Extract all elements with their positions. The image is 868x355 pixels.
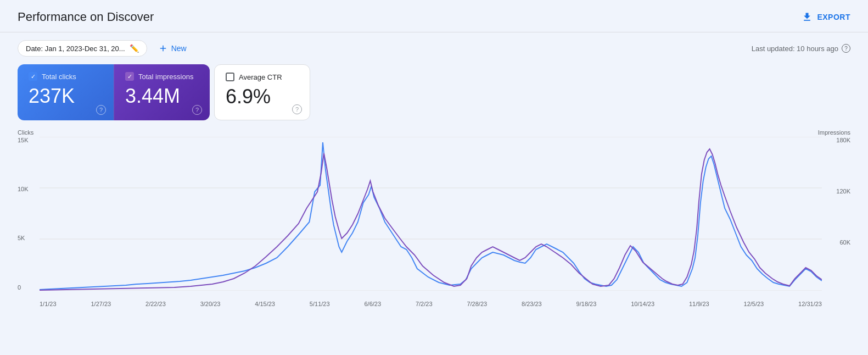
clicks-label: Total clicks xyxy=(42,73,76,81)
clicks-line xyxy=(40,142,822,290)
ctr-checkbox[interactable] xyxy=(226,73,234,81)
metrics-row: ✓ Total clicks 237K ? ✓ Total impression… xyxy=(0,64,868,120)
y-axis-left-label: Clicks xyxy=(18,129,33,136)
metric-ctr-header: Average CTR xyxy=(226,73,299,81)
y-right-0: 180K xyxy=(836,137,850,143)
last-updated: Last updated: 10 hours ago ? xyxy=(752,44,850,53)
ctr-label: Average CTR xyxy=(239,73,282,81)
x-label-13: 12/5/23 xyxy=(744,301,764,307)
header: Performance on Discover EXPORT xyxy=(0,0,868,32)
export-button[interactable]: EXPORT xyxy=(802,12,850,23)
impressions-checkbox[interactable]: ✓ xyxy=(125,72,134,81)
filter-bar: Date: Jan 1, 2023-Dec 31, 20... ✏️ New L… xyxy=(0,32,868,64)
metric-impressions-header: ✓ Total impressions xyxy=(125,72,199,81)
export-icon xyxy=(802,12,813,23)
x-label-7: 7/2/23 xyxy=(416,301,433,307)
impressions-value: 3.44M xyxy=(125,85,199,107)
chart-container: 15K 10K 5K 0 180K 120K 60K xyxy=(18,137,850,307)
edit-icon: ✏️ xyxy=(130,44,139,53)
ctr-info-icon[interactable]: ? xyxy=(292,104,302,114)
x-label-12: 11/9/23 xyxy=(689,301,709,307)
y-left-3: 0 xyxy=(18,284,21,291)
x-label-14: 12/31/23 xyxy=(798,301,822,307)
y-right-2: 60K xyxy=(839,239,850,246)
x-label-9: 8/23/23 xyxy=(522,301,542,307)
export-label: EXPORT xyxy=(817,13,850,21)
x-label-0: 1/1/23 xyxy=(40,301,57,307)
chart-axis-labels-row: Clicks Impressions xyxy=(18,129,850,136)
clicks-value: 237K xyxy=(29,85,103,107)
y-left-1: 10K xyxy=(18,186,29,192)
x-label-8: 7/28/23 xyxy=(467,301,487,307)
metric-card-ctr[interactable]: Average CTR 6.9% ? xyxy=(214,64,310,120)
impressions-line xyxy=(40,149,822,290)
page: Performance on Discover EXPORT Date: Jan… xyxy=(0,0,868,355)
y-axis-right-label: Impressions xyxy=(818,129,850,136)
y-left-2: 5K xyxy=(18,235,25,241)
clicks-checkbox[interactable]: ✓ xyxy=(29,72,37,81)
plus-icon xyxy=(158,43,168,53)
chart-area: Clicks Impressions 15K 10K 5K 0 180K 120… xyxy=(0,120,868,318)
x-label-2: 2/22/23 xyxy=(145,301,166,307)
page-title: Performance on Discover xyxy=(18,10,154,24)
chart-svg xyxy=(40,137,822,291)
x-label-4: 4/15/23 xyxy=(255,301,275,307)
chart-svg-wrapper xyxy=(40,137,822,291)
y-axis-left: 15K 10K 5K 0 xyxy=(18,137,37,291)
x-label-11: 10/14/23 xyxy=(631,301,654,307)
last-updated-text: Last updated: 10 hours ago xyxy=(752,45,838,53)
x-label-5: 5/11/23 xyxy=(310,301,330,307)
date-filter-label: Date: Jan 1, 2023-Dec 31, 20... xyxy=(26,45,125,53)
clicks-info-icon[interactable]: ? xyxy=(96,105,106,115)
y-right-1: 120K xyxy=(836,188,850,195)
impressions-label: Total impressions xyxy=(138,73,193,81)
new-label: New xyxy=(171,44,187,53)
ctr-value: 6.9% xyxy=(226,86,299,108)
x-label-6: 6/6/23 xyxy=(364,301,381,307)
metric-card-impressions[interactable]: ✓ Total impressions 3.44M ? xyxy=(114,64,210,120)
x-label-1: 1/27/23 xyxy=(91,301,111,307)
x-label-3: 3/20/23 xyxy=(200,301,221,307)
x-axis-labels: 1/1/23 1/27/23 2/22/23 3/20/23 4/15/23 5… xyxy=(40,296,822,307)
last-updated-info-icon[interactable]: ? xyxy=(842,44,850,53)
metric-clicks-header: ✓ Total clicks xyxy=(29,72,103,81)
y-axis-right: 180K 120K 60K xyxy=(824,137,850,291)
filter-left: Date: Jan 1, 2023-Dec 31, 20... ✏️ New xyxy=(18,40,191,57)
metric-card-clicks[interactable]: ✓ Total clicks 237K ? xyxy=(18,64,114,120)
date-filter-button[interactable]: Date: Jan 1, 2023-Dec 31, 20... ✏️ xyxy=(18,40,147,57)
impressions-info-icon[interactable]: ? xyxy=(192,105,202,115)
y-left-0: 15K xyxy=(18,137,29,143)
new-filter-button[interactable]: New xyxy=(154,40,191,57)
x-label-10: 9/18/23 xyxy=(576,301,597,307)
